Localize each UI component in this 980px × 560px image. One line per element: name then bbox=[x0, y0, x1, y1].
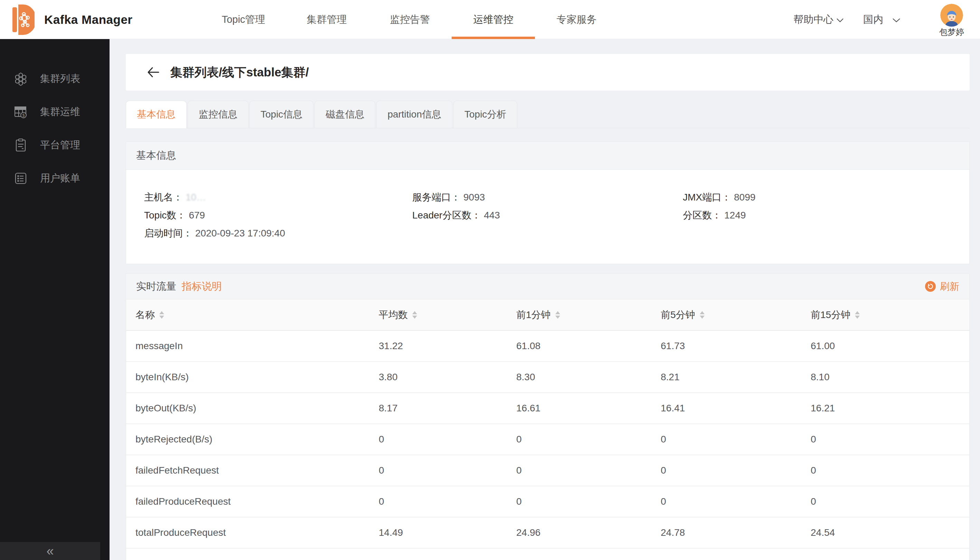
page-title-card: 集群列表/线下stable集群/ bbox=[126, 54, 970, 90]
cluster-ops-icon: $ bbox=[13, 104, 28, 120]
info-field-label: 主机名： bbox=[144, 192, 183, 203]
brand-title: Kafka Manager bbox=[44, 0, 132, 39]
metrics-table-head: 名称平均数前1分钟前5分钟前15分钟 bbox=[126, 299, 969, 330]
user-menu[interactable]: 包梦婷 bbox=[939, 2, 964, 37]
metric-value-cell: 13308.80 bbox=[379, 548, 516, 560]
nav-item-monitor-alert[interactable]: 监控告警 bbox=[368, 0, 452, 39]
realtime-card-header: 实时流量 指标说明 刷新 bbox=[126, 274, 969, 299]
info-field-value: 9093 bbox=[463, 192, 485, 203]
column-header[interactable]: 前1分钟 bbox=[516, 299, 661, 330]
column-header-inner: 前5分钟 bbox=[661, 308, 705, 322]
chevron-down-icon bbox=[836, 14, 844, 25]
caret-up-icon bbox=[555, 311, 560, 314]
sidebar-item-label: 平台管理 bbox=[40, 138, 80, 152]
sort-carets-icon bbox=[555, 311, 560, 319]
column-header[interactable]: 平均数 bbox=[379, 299, 516, 330]
sidebar-item-label: 集群列表 bbox=[40, 72, 80, 86]
column-header-label: 前15分钟 bbox=[811, 308, 850, 322]
sidebar-item-platform-admin[interactable]: 平台管理 bbox=[0, 128, 110, 162]
info-field: 启动时间：2020-09-23 17:09:40 bbox=[144, 224, 412, 242]
platform-admin-icon bbox=[13, 138, 28, 153]
nav-item-ops-control[interactable]: 运维管控 bbox=[452, 0, 535, 39]
tab-analysis[interactable]: Topic分析 bbox=[453, 101, 517, 128]
column-header-inner: 前15分钟 bbox=[811, 308, 860, 322]
metric-value-cell: 0 bbox=[379, 424, 516, 455]
sidebar-collapse-button[interactable]: « bbox=[0, 542, 100, 560]
metric-value-cell: 0 bbox=[516, 486, 661, 517]
table-row: totalFetchRequest13308.8021399.0521401.6… bbox=[126, 548, 969, 560]
column-header-label: 名称 bbox=[135, 308, 155, 322]
table-row: byteRejected(B/s)0000 bbox=[126, 424, 969, 455]
tab-partition[interactable]: partition信息 bbox=[376, 101, 453, 128]
username: 包梦婷 bbox=[939, 28, 964, 37]
metric-name-cell: totalFetchRequest bbox=[126, 548, 379, 560]
breadcrumb: 集群列表/线下stable集群/ bbox=[170, 64, 309, 80]
metric-value-cell: 0 bbox=[661, 424, 811, 455]
column-header[interactable]: 前15分钟 bbox=[811, 299, 969, 330]
nav-item-cluster-admin[interactable]: 集群管理 bbox=[285, 0, 368, 39]
info-field: 分区数：1249 bbox=[683, 207, 969, 224]
metric-name-cell: failedProduceRequest bbox=[126, 486, 379, 517]
basic-info-card: 基本信息 主机名：10…服务端口：9093JMX端口：8099Topic数：67… bbox=[126, 142, 970, 264]
sidebar-item-cluster-ops[interactable]: $集群运维 bbox=[0, 95, 110, 128]
caret-down-icon bbox=[855, 316, 860, 319]
sidebar-item-user-billing[interactable]: 用户账单 bbox=[0, 162, 110, 195]
info-field: Leader分区数：443 bbox=[412, 207, 683, 224]
info-field-value: 1249 bbox=[724, 210, 746, 220]
column-header[interactable]: 前5分钟 bbox=[661, 299, 811, 330]
tab-topic[interactable]: Topic信息 bbox=[250, 101, 313, 128]
info-field: JMX端口：8099 bbox=[683, 188, 969, 207]
nav-item-expert-service[interactable]: 专家服务 bbox=[535, 0, 618, 39]
nav-item-topic-admin[interactable]: Topic管理 bbox=[202, 0, 285, 39]
table-row: totalProduceRequest14.4924.9624.7824.54 bbox=[126, 517, 969, 548]
metric-value-cell: 0 bbox=[516, 424, 661, 455]
info-field: 主机名：10… bbox=[144, 188, 412, 207]
metric-value-cell: 0 bbox=[516, 455, 661, 486]
refresh-icon bbox=[925, 281, 936, 292]
region-menu[interactable]: 国内 bbox=[863, 13, 900, 27]
chevron-down-icon bbox=[892, 14, 900, 25]
sort-carets-icon bbox=[412, 311, 417, 319]
info-field: Topic数：679 bbox=[144, 207, 412, 224]
back-button[interactable] bbox=[147, 67, 160, 78]
info-field-value: 679 bbox=[189, 210, 205, 220]
column-header[interactable]: 名称 bbox=[126, 299, 379, 330]
tab-disk[interactable]: 磁盘信息 bbox=[314, 101, 375, 128]
info-field-value: 10… bbox=[186, 192, 206, 203]
metric-value-cell: 8.30 bbox=[516, 362, 661, 393]
sidebar-item-cluster-list[interactable]: 集群列表 bbox=[0, 62, 110, 95]
table-row: byteOut(KB/s)8.1716.6116.4116.21 bbox=[126, 393, 969, 424]
info-field-label: 启动时间： bbox=[144, 228, 193, 238]
caret-up-icon bbox=[159, 311, 164, 314]
caret-down-icon bbox=[555, 316, 560, 319]
metric-value-cell: 0 bbox=[811, 486, 969, 517]
table-row: failedProduceRequest0000 bbox=[126, 486, 969, 517]
tab-monitor[interactable]: 监控信息 bbox=[188, 101, 248, 128]
user-billing-icon bbox=[13, 171, 28, 186]
metric-doc-link[interactable]: 指标说明 bbox=[182, 280, 222, 293]
caret-up-icon bbox=[855, 311, 860, 314]
metric-value-cell: 0 bbox=[379, 486, 516, 517]
svg-text:$: $ bbox=[22, 113, 25, 118]
sidebar: 集群列表$集群运维平台管理用户账单 « bbox=[0, 39, 110, 560]
tab-basic[interactable]: 基本信息 bbox=[126, 101, 186, 128]
metric-name-cell: totalProduceRequest bbox=[126, 517, 379, 548]
info-field: 服务端口：9093 bbox=[412, 188, 683, 207]
caret-down-icon bbox=[159, 316, 164, 319]
refresh-button[interactable]: 刷新 bbox=[925, 280, 959, 293]
basic-info-card-header: 基本信息 bbox=[126, 142, 969, 170]
column-header-label: 平均数 bbox=[379, 308, 408, 322]
kafka-manager-logo-icon bbox=[12, 4, 35, 36]
metric-value-cell: 24.78 bbox=[661, 517, 811, 548]
realtime-title: 实时流量 bbox=[136, 280, 176, 293]
metric-value-cell: 8.17 bbox=[379, 393, 516, 424]
help-center-menu[interactable]: 帮助中心 bbox=[794, 13, 844, 27]
metric-name-cell: byteOut(KB/s) bbox=[126, 393, 379, 424]
metric-value-cell: 16.21 bbox=[811, 393, 969, 424]
info-field-label: 服务端口： bbox=[412, 192, 461, 203]
help-center-label: 帮助中心 bbox=[794, 13, 834, 27]
refresh-label: 刷新 bbox=[940, 280, 959, 293]
metric-name-cell: failedFetchRequest bbox=[126, 455, 379, 486]
metric-value-cell: 31.22 bbox=[379, 330, 516, 362]
metrics-header-row: 名称平均数前1分钟前5分钟前15分钟 bbox=[126, 299, 969, 330]
